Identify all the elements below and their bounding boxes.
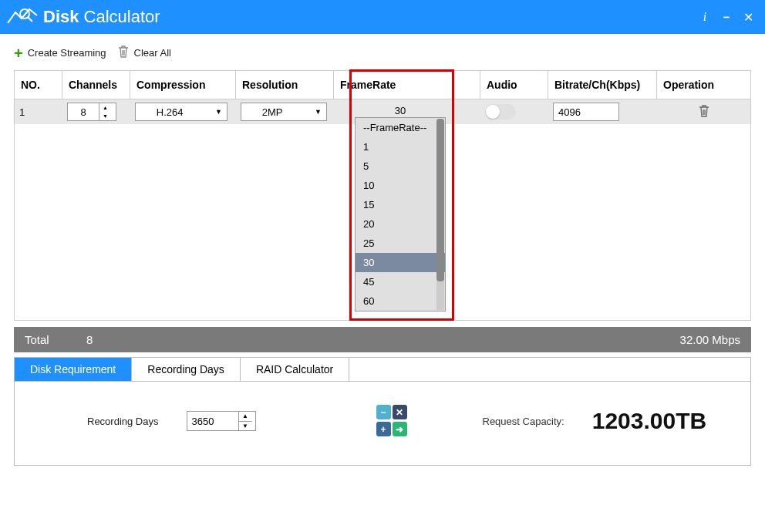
chevron-down-icon: ▼	[215, 108, 222, 116]
total-bar: Total 8 32.00 Mbps	[14, 327, 751, 352]
total-channels: 8	[86, 333, 680, 346]
channels-input[interactable]	[68, 106, 99, 118]
framerate-option[interactable]: 15	[356, 195, 445, 214]
recording-days-label: Recording Days	[87, 416, 159, 427]
tab-recording-days[interactable]: Recording Days	[132, 358, 241, 381]
plus-icon: +	[14, 45, 23, 61]
create-streaming-label: Create Streaming	[28, 47, 106, 59]
trash-icon	[698, 104, 710, 118]
grid-header: NO. Channels Compression Resolution Fram…	[15, 71, 750, 99]
framerate-option[interactable]: 5	[356, 157, 445, 176]
col-header-operation: Operation	[657, 71, 750, 99]
recording-days-input[interactable]	[187, 412, 238, 430]
request-capacity-label: Request Capacity:	[483, 416, 564, 427]
framerate-dropdown[interactable]: --FrameRate-- 1 5 10 15 20 25 30 45 60	[355, 117, 446, 311]
framerate-option[interactable]: 10	[356, 176, 445, 195]
toolbar: + Create Streaming Clear All	[0, 34, 765, 70]
result-tabs: Disk Requirement Recording Days RAID Cal…	[14, 357, 751, 466]
svg-line-1	[28, 17, 32, 22]
info-button[interactable]: i	[694, 6, 716, 28]
chevron-down-icon[interactable]: ▼	[239, 422, 252, 431]
row-no: 1	[15, 106, 62, 118]
app-logo: Disk Calculator	[6, 6, 160, 28]
chevron-up-icon[interactable]: ▲	[99, 103, 111, 112]
recording-days-stepper[interactable]: ▲▼	[187, 411, 256, 431]
close-button[interactable]: ✕	[737, 6, 759, 28]
bitrate-input[interactable]	[553, 103, 619, 121]
tab-disk-requirement[interactable]: Disk Requirement	[15, 358, 132, 381]
resolution-value: 2MP	[262, 106, 283, 118]
framerate-option[interactable]: 45	[356, 272, 445, 291]
compression-select[interactable]: H.264 ▼	[135, 103, 227, 121]
total-label: Total	[25, 333, 86, 346]
col-header-framerate: FrameRate	[334, 71, 480, 99]
col-header-audio: Audio	[480, 71, 548, 99]
col-header-compression: Compression	[130, 71, 236, 99]
chart-icon	[6, 6, 39, 28]
col-header-no: NO.	[15, 71, 62, 99]
framerate-option[interactable]: --FrameRate--	[356, 118, 445, 137]
scrollbar[interactable]	[436, 119, 444, 310]
titlebar: Disk Calculator i － ✕	[0, 0, 765, 34]
chevron-down-icon: ▼	[315, 108, 322, 116]
channels-stepper[interactable]: ▲▼	[67, 103, 116, 121]
chevron-up-icon[interactable]: ▲	[239, 412, 252, 422]
times-icon: ✕	[393, 405, 407, 419]
scrollbar-thumb[interactable]	[436, 119, 444, 281]
tabs-header: Disk Requirement Recording Days RAID Cal…	[15, 358, 750, 382]
framerate-option[interactable]: 1	[356, 137, 445, 157]
delete-row-button[interactable]	[698, 109, 710, 120]
tab-raid-calculator[interactable]: RAID Calculator	[241, 358, 349, 381]
framerate-option[interactable]: 20	[356, 214, 445, 234]
calculator-icon[interactable]: − ✕ + ➜	[376, 405, 409, 437]
total-bitrate: 32.00 Mbps	[680, 333, 740, 346]
clear-all-label: Clear All	[134, 47, 171, 59]
arrow-right-icon: ➜	[393, 422, 407, 436]
create-streaming-button[interactable]: + Create Streaming	[14, 45, 106, 61]
minimize-button[interactable]: －	[716, 6, 737, 28]
minus-icon: −	[376, 405, 391, 419]
col-header-bitrate: Bitrate/Ch(Kbps)	[548, 71, 657, 99]
plus-icon: +	[376, 422, 391, 436]
app-title: Disk Calculator	[43, 7, 160, 27]
col-header-channels: Channels	[62, 71, 130, 99]
resolution-select[interactable]: 2MP ▼	[241, 103, 327, 121]
framerate-option[interactable]: 60	[356, 291, 445, 311]
audio-toggle[interactable]	[485, 104, 516, 120]
request-capacity-value: 1203.00TB	[592, 408, 706, 434]
chevron-down-icon[interactable]: ▼	[99, 112, 111, 120]
streaming-grid: NO. Channels Compression Resolution Fram…	[14, 70, 751, 321]
clear-all-button[interactable]: Clear All	[117, 45, 171, 61]
col-header-resolution: Resolution	[236, 71, 334, 99]
framerate-option[interactable]: 25	[356, 234, 445, 253]
framerate-option-selected[interactable]: 30	[356, 253, 445, 272]
trash-icon	[117, 45, 130, 61]
compression-value: H.264	[157, 106, 184, 118]
tab-panel-disk-requirement: Recording Days ▲▼ − ✕ + ➜ Request Capaci…	[15, 382, 750, 465]
